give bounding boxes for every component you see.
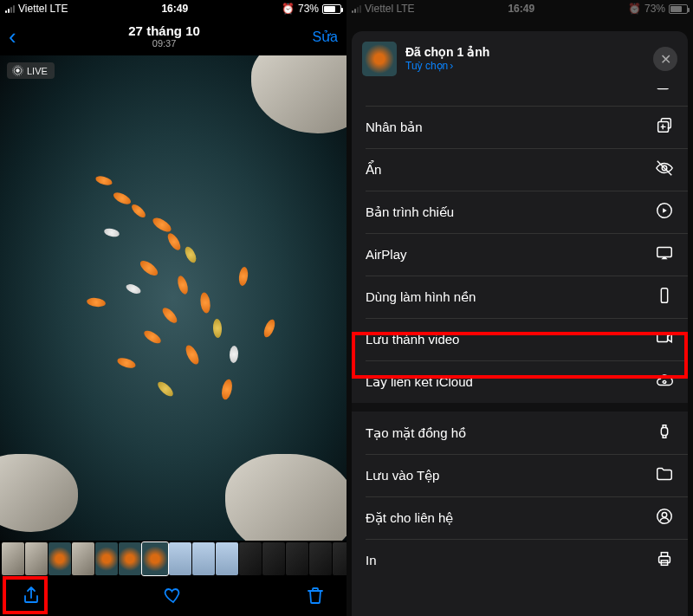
sheet-header: Đã chọn 1 ảnh Tuỳ chọn › ✕	[352, 31, 688, 85]
trash-icon	[305, 585, 326, 606]
selected-photo-thumb	[362, 42, 397, 76]
nav-subtitle: 09:37	[128, 38, 200, 49]
thumb[interactable]	[25, 542, 48, 575]
video-icon	[655, 328, 674, 350]
close-button[interactable]: ✕	[653, 47, 677, 71]
action-save-as-video[interactable]: Lưu thành video	[352, 318, 688, 360]
back-button[interactable]: ‹	[9, 23, 16, 50]
action-hide[interactable]: Ẩn	[352, 148, 688, 191]
chevron-right-icon: ›	[450, 60, 453, 72]
contact-icon	[655, 507, 674, 528]
battery-percent: 73%	[298, 3, 319, 15]
action-save-to-files[interactable]: Lưu vào Tệp	[352, 454, 688, 496]
action-label: Lưu thành video	[366, 332, 459, 347]
watch-icon	[655, 422, 674, 444]
svg-point-13	[662, 512, 667, 517]
share-sheet-screen: Viettel LTE 16:49 ⏰ 73% Đã chọn 1 ảnh Tu…	[346, 0, 693, 616]
bottom-toolbar	[0, 577, 346, 616]
thumb[interactable]	[239, 542, 262, 575]
svg-rect-14	[659, 556, 670, 562]
thumbnail-scrubber[interactable]	[0, 541, 346, 577]
alarm-icon: ⏰	[282, 3, 295, 15]
action-watch-face[interactable]: Tạo mặt đồng hồ	[352, 412, 688, 454]
status-bar: Viettel LTE 16:49 ⏰ 73%	[0, 0, 346, 17]
share-icon	[21, 585, 42, 606]
selection-count: Đã chọn 1 ảnh	[405, 45, 644, 60]
action-label: Lấy liên kết iCloud	[366, 374, 473, 390]
action-assign-contact[interactable]: Đặt cho liên hệ	[352, 496, 688, 539]
signal-icon	[5, 4, 15, 13]
action-label: Bản trình chiếu	[366, 204, 454, 220]
action-label: Dùng làm hình nền	[366, 289, 476, 305]
heart-icon	[163, 585, 184, 606]
delete-button[interactable]	[305, 585, 326, 609]
action-label: AirPlay	[366, 247, 407, 262]
thumb[interactable]	[333, 542, 346, 575]
thumb[interactable]	[262, 542, 285, 575]
airplay-icon	[655, 243, 674, 265]
print-icon	[655, 549, 674, 571]
options-label: Tuỳ chọn	[405, 60, 448, 72]
action-label: Đặt cho liên hệ	[366, 510, 453, 526]
thumb[interactable]	[286, 542, 308, 575]
thumb-current[interactable]	[142, 542, 168, 575]
album-icon	[655, 88, 674, 96]
svg-rect-9	[661, 289, 667, 303]
action-duplicate[interactable]: Nhân bản	[352, 106, 688, 148]
hide-icon	[655, 159, 674, 180]
share-sheet: Đã chọn 1 ảnh Tuỳ chọn › ✕ Nhân bản	[352, 31, 688, 616]
thumb[interactable]	[95, 542, 118, 575]
svg-point-12	[657, 509, 672, 524]
action-label: Nhân bản	[366, 120, 423, 135]
live-icon	[12, 65, 23, 76]
thumb[interactable]	[169, 542, 191, 575]
svg-rect-10	[657, 334, 668, 341]
thumb[interactable]	[119, 542, 141, 575]
battery-icon	[322, 4, 341, 14]
actions-list: Nhân bản Ẩn Bản trình chiếu AirPlay	[352, 88, 688, 581]
action-print[interactable]: In	[352, 539, 688, 581]
svg-rect-8	[657, 248, 672, 257]
thumb[interactable]	[72, 542, 94, 575]
svg-rect-11	[661, 427, 667, 435]
clock: 16:49	[161, 3, 188, 15]
thumb[interactable]	[216, 542, 238, 575]
folder-icon	[655, 464, 674, 486]
action-wallpaper[interactable]: Dùng làm hình nền	[352, 276, 688, 318]
edit-button[interactable]: Sửa	[312, 29, 338, 45]
thumb[interactable]	[309, 542, 332, 575]
action-row-partial[interactable]	[352, 88, 688, 106]
cloud-link-icon	[655, 371, 674, 392]
phone-icon	[655, 286, 674, 308]
thumb[interactable]	[192, 542, 215, 575]
svg-rect-15	[661, 553, 667, 557]
action-airplay[interactable]: AirPlay	[352, 233, 688, 276]
play-circle-icon	[655, 201, 674, 223]
photo-preview[interactable]: LIVE	[0, 55, 346, 541]
action-slideshow[interactable]: Bản trình chiếu	[352, 191, 688, 233]
action-label: In	[366, 553, 377, 567]
nav-title: 27 tháng 10	[128, 23, 200, 38]
live-badge: LIVE	[7, 62, 55, 79]
duplicate-icon	[655, 116, 674, 138]
thumb[interactable]	[2, 542, 24, 575]
nav-bar: ‹ 27 tháng 10 09:37 Sửa	[0, 17, 346, 55]
action-label: Ẩn	[366, 162, 381, 178]
svg-point-0	[16, 68, 19, 72]
favorite-button[interactable]	[163, 585, 184, 609]
action-icloud-link[interactable]: Lấy liên kết iCloud	[352, 360, 688, 403]
share-button[interactable]	[21, 585, 42, 609]
photos-detail-screen: Viettel LTE 16:49 ⏰ 73% ‹ 27 tháng 10 09…	[0, 0, 346, 616]
action-label: Tạo mặt đồng hồ	[366, 425, 466, 441]
live-label: LIVE	[27, 66, 48, 76]
thumb[interactable]	[49, 542, 71, 575]
carrier-label: Viettel LTE	[18, 3, 68, 15]
action-label: Lưu vào Tệp	[366, 468, 439, 483]
options-button[interactable]: Tuỳ chọn ›	[405, 60, 644, 72]
